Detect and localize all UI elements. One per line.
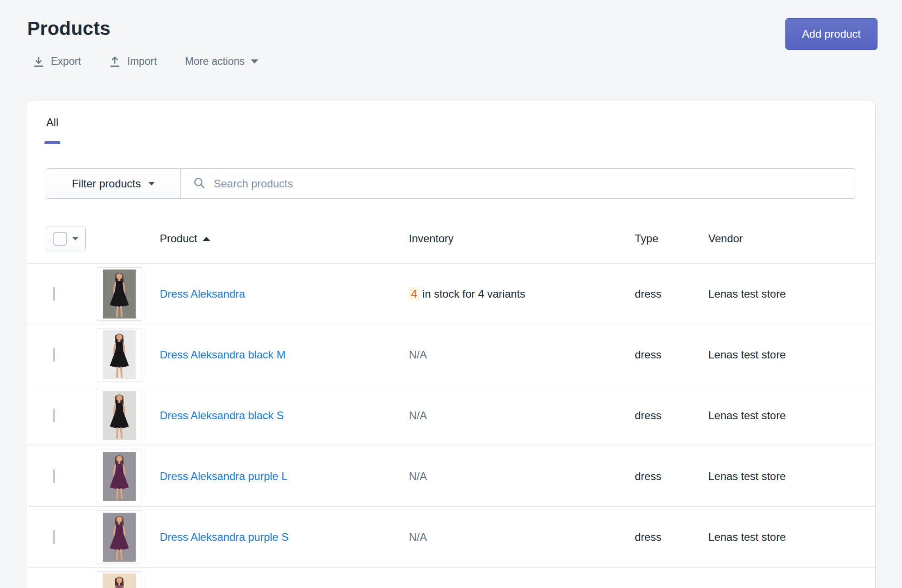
inventory-text: N/A xyxy=(409,531,427,543)
add-product-button[interactable]: Add product xyxy=(785,18,877,50)
select-all-checkbox[interactable] xyxy=(53,232,67,246)
type-cell: dress xyxy=(635,409,708,422)
column-header-product[interactable]: Product xyxy=(160,232,409,245)
inventory-warning-count: 4 xyxy=(409,287,419,301)
more-actions-button[interactable]: More actions xyxy=(185,55,259,68)
product-link[interactable]: Dress Aleksandra black S xyxy=(160,409,284,421)
more-actions-label: More actions xyxy=(185,55,245,68)
vendor-cell: Lenas test store xyxy=(708,288,875,300)
thumbnail-cell xyxy=(97,389,160,442)
search-input[interactable] xyxy=(214,169,856,198)
row-checkbox[interactable] xyxy=(53,530,55,544)
table-row: Dress Aleksandra black S N/A dress Lenas… xyxy=(27,385,875,446)
inventory-text: N/A xyxy=(409,470,427,482)
export-button[interactable]: Export xyxy=(33,55,81,68)
row-checkbox-cell xyxy=(27,288,97,300)
inventory-text: in stock for 4 variants xyxy=(419,288,525,300)
row-checkbox[interactable] xyxy=(53,287,55,301)
sort-ascending-icon xyxy=(203,237,210,241)
table-row-partial xyxy=(27,568,875,588)
inventory-cell: N/A xyxy=(409,470,635,483)
product-cell: Dress Aleksandra purple S xyxy=(160,531,409,544)
thumbnail-cell xyxy=(97,450,160,503)
inventory-cell: N/A xyxy=(409,409,635,422)
vendor-cell: Lenas test store xyxy=(708,348,875,361)
row-checkbox-cell xyxy=(27,531,97,544)
chevron-down-icon xyxy=(72,237,78,240)
chevron-down-icon xyxy=(251,59,258,64)
select-all-control[interactable] xyxy=(46,226,86,251)
filter-products-button[interactable]: Filter products xyxy=(46,169,181,198)
select-all-cell xyxy=(27,226,97,251)
product-cell: Dress Aleksandra black S xyxy=(160,409,409,422)
table-row: Dress Aleksandra purple S N/A dress Lena… xyxy=(27,507,875,568)
export-label: Export xyxy=(51,55,81,68)
type-cell: dress xyxy=(635,288,708,300)
inventory-cell: 4 in stock for 4 variants xyxy=(409,288,635,300)
tab-bar: All xyxy=(27,101,875,144)
type-cell: dress xyxy=(635,348,708,361)
product-cell: Dress Aleksandra black M xyxy=(160,348,409,361)
inventory-cell: N/A xyxy=(409,531,635,544)
chevron-down-icon xyxy=(148,182,155,186)
filter-row: Filter products xyxy=(27,144,875,199)
table-row: Dress Aleksandra 4 in stock for 4 varian… xyxy=(27,264,875,324)
import-label: Import xyxy=(127,55,157,68)
product-thumbnail[interactable] xyxy=(97,510,142,564)
product-thumbnail[interactable] xyxy=(97,389,142,442)
table-row: Dress Aleksandra black M N/A dress Lenas… xyxy=(27,324,875,385)
vendor-cell: Lenas test store xyxy=(708,531,875,544)
type-cell: dress xyxy=(635,470,708,483)
column-header-type: Type xyxy=(635,232,708,245)
row-checkbox-cell xyxy=(27,409,97,422)
product-link[interactable]: Dress Aleksandra purple L xyxy=(160,470,287,482)
search-box xyxy=(181,169,856,198)
thumbnail-cell xyxy=(97,267,160,321)
table-header: Product Inventory Type Vendor xyxy=(27,199,875,264)
inventory-cell: N/A xyxy=(409,348,635,361)
products-card: All Filter products xyxy=(27,101,875,588)
import-button[interactable]: Import xyxy=(109,55,157,68)
product-thumbnail[interactable] xyxy=(97,450,142,503)
product-thumbnail[interactable] xyxy=(97,328,142,382)
column-header-inventory: Inventory xyxy=(409,232,635,245)
column-header-product-label: Product xyxy=(160,232,197,245)
row-checkbox-cell xyxy=(27,348,97,361)
product-link[interactable]: Dress Aleksandra xyxy=(160,288,245,300)
product-link[interactable]: Dress Aleksandra purple S xyxy=(160,531,289,543)
row-checkbox-cell xyxy=(27,470,97,483)
row-checkbox[interactable] xyxy=(53,469,55,483)
table-row: Dress Aleksandra purple L N/A dress Lena… xyxy=(27,446,875,507)
row-checkbox[interactable] xyxy=(53,348,55,362)
tab-all[interactable]: All xyxy=(44,101,60,144)
secondary-actions: Export Import More actions xyxy=(33,55,877,68)
filter-products-label: Filter products xyxy=(72,177,141,190)
product-cell: Dress Aleksandra purple L xyxy=(160,470,409,483)
row-checkbox[interactable] xyxy=(53,408,55,422)
inventory-text: N/A xyxy=(409,409,427,421)
page-header: Products Export Import More xyxy=(0,0,902,68)
thumbnail-cell xyxy=(97,510,160,564)
vendor-cell: Lenas test store xyxy=(708,409,875,422)
thumbnail-cell xyxy=(97,328,160,382)
type-cell: dress xyxy=(635,531,708,544)
column-header-vendor: Vendor xyxy=(708,232,875,245)
page-title: Products xyxy=(27,17,877,40)
search-icon xyxy=(192,176,206,191)
export-icon xyxy=(33,56,44,68)
product-thumbnail[interactable] xyxy=(97,571,142,588)
product-link[interactable]: Dress Aleksandra black M xyxy=(160,348,285,361)
product-thumbnail[interactable] xyxy=(97,267,142,321)
products-page: Products Export Import More xyxy=(0,0,902,588)
product-cell: Dress Aleksandra xyxy=(160,288,409,300)
filter-control: Filter products xyxy=(46,168,856,199)
thumbnail-cell xyxy=(97,571,160,588)
vendor-cell: Lenas test store xyxy=(708,470,875,483)
inventory-text: N/A xyxy=(409,348,427,361)
import-icon xyxy=(109,56,121,68)
